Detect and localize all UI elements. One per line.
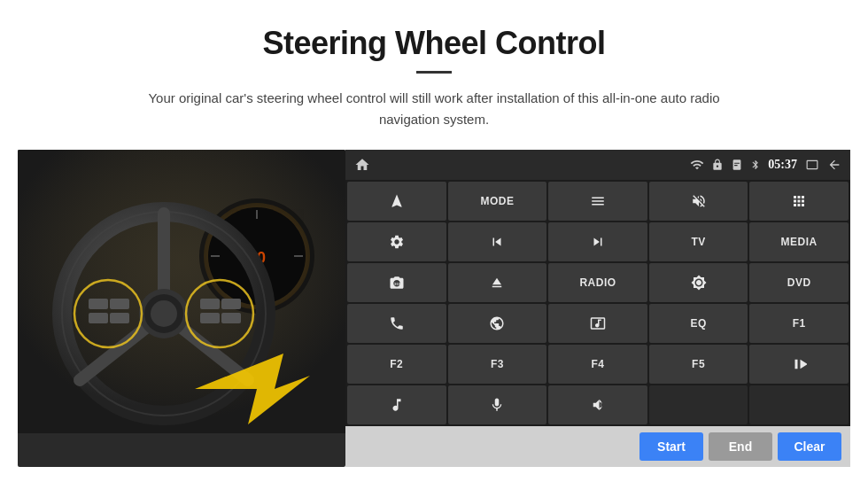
empty2-button xyxy=(749,385,849,424)
empty1-button xyxy=(649,385,748,424)
svg-rect-22 xyxy=(110,299,129,309)
mode-button[interactable]: MODE xyxy=(448,182,547,221)
media-button[interactable]: MEDIA xyxy=(749,222,849,261)
eq-button[interactable]: EQ xyxy=(649,304,748,343)
music-button[interactable] xyxy=(347,385,446,424)
svg-rect-25 xyxy=(200,313,220,323)
content-area: 60 xyxy=(18,150,850,467)
wifi-icon xyxy=(690,158,704,172)
title-divider xyxy=(416,71,452,74)
action-bar: Start End Clear xyxy=(345,426,850,467)
status-bar-left xyxy=(354,157,370,173)
tv-button[interactable]: TV xyxy=(649,222,748,261)
bluetooth-icon xyxy=(750,159,761,171)
end-button[interactable]: End xyxy=(709,432,772,461)
page-subtitle: Your original car's steering wheel contr… xyxy=(133,88,735,130)
camera360-button[interactable]: 360 xyxy=(347,263,446,302)
eject-button[interactable] xyxy=(448,263,547,302)
status-bar: 05:37 xyxy=(345,150,850,180)
playpause-button[interactable] xyxy=(749,345,849,384)
prev-button[interactable] xyxy=(448,222,547,261)
mic-button[interactable] xyxy=(448,385,547,424)
settings-button[interactable] xyxy=(347,222,446,261)
svg-rect-27 xyxy=(221,313,241,323)
apps-button[interactable] xyxy=(749,182,849,221)
control-panel: 05:37 MODE xyxy=(345,150,850,467)
screen2-button[interactable] xyxy=(548,304,647,343)
f4-button[interactable]: F4 xyxy=(548,345,647,384)
home-icon xyxy=(354,157,370,173)
svg-point-17 xyxy=(151,300,177,327)
dvd-button[interactable]: DVD xyxy=(749,263,849,302)
browse-button[interactable] xyxy=(448,304,547,343)
page-wrapper: Steering Wheel Control Your original car… xyxy=(0,0,868,482)
clear-button[interactable]: Clear xyxy=(778,432,841,461)
status-bar-right: 05:37 xyxy=(690,158,841,172)
status-time: 05:37 xyxy=(768,158,797,172)
lock-icon xyxy=(711,159,724,171)
start-button[interactable]: Start xyxy=(639,432,703,461)
phone-button[interactable] xyxy=(347,304,446,343)
sim-icon xyxy=(731,159,743,171)
brightness-button[interactable] xyxy=(649,263,748,302)
steering-wheel-image: 60 xyxy=(18,150,345,467)
f1-button[interactable]: F1 xyxy=(749,304,849,343)
screen-mirror-icon xyxy=(804,159,820,171)
f5-button[interactable]: F5 xyxy=(649,345,748,384)
f3-button[interactable]: F3 xyxy=(448,345,547,384)
page-title: Steering Wheel Control xyxy=(262,25,605,62)
svg-rect-20 xyxy=(89,299,108,309)
button-grid: MODE TV xyxy=(345,180,850,426)
mute-button[interactable] xyxy=(649,182,748,221)
svg-text:360: 360 xyxy=(394,283,400,286)
radio-button[interactable]: RADIO xyxy=(548,263,647,302)
vol-button[interactable] xyxy=(548,385,647,424)
svg-rect-23 xyxy=(110,313,129,323)
svg-rect-21 xyxy=(89,313,108,323)
next-button[interactable] xyxy=(548,222,647,261)
svg-rect-26 xyxy=(221,299,241,309)
svg-rect-24 xyxy=(200,299,220,309)
back-icon xyxy=(827,158,841,172)
f2-button[interactable]: F2 xyxy=(347,345,446,384)
nav-button[interactable] xyxy=(347,182,446,221)
menu-button[interactable] xyxy=(548,182,647,221)
